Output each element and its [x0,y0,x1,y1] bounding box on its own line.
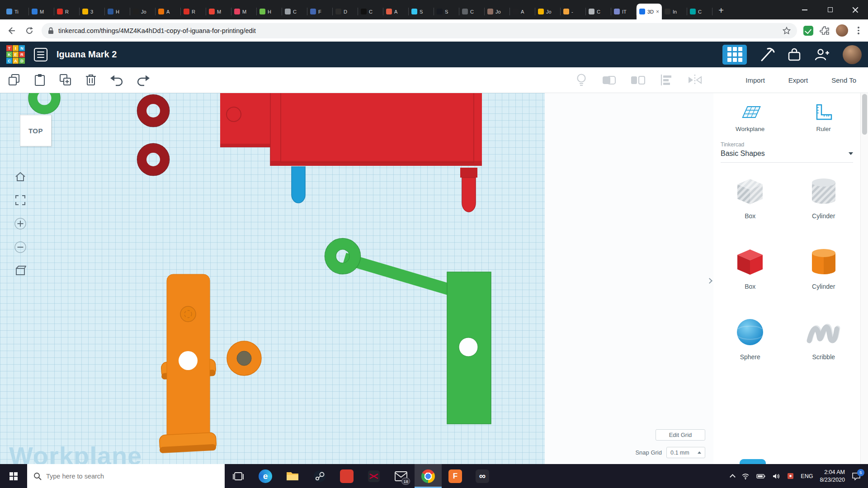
browser-tab[interactable]: Jo [535,4,561,19]
browser-tab[interactable]: A [156,4,181,19]
task-view-button[interactable] [225,464,252,488]
browser-tab-active[interactable]: 3D× [637,4,662,19]
app-mail[interactable]: 18 [387,464,415,488]
browser-tab[interactable]: C [282,4,307,19]
green-torus[interactable] [33,93,56,109]
red-peg[interactable] [460,168,477,212]
volume-icon[interactable] [772,473,780,479]
browser-tab[interactable]: D [333,4,358,19]
browser-tab[interactable]: IT [611,4,637,19]
browser-tab[interactable]: Jo [130,4,156,19]
edit-grid-button[interactable]: Edit Grid [656,429,705,441]
blocks-view-button[interactable] [722,45,747,65]
browser-tab[interactable]: Jo [485,4,510,19]
app-store-red[interactable] [333,464,360,488]
duplicate-icon[interactable] [59,73,72,87]
browser-tab[interactable]: Ti [4,4,29,19]
shape-item-box-basic[interactable]: Box [713,176,787,220]
ime-icon[interactable] [787,473,794,479]
export-button[interactable]: Export [788,76,808,84]
browser-tab[interactable]: 3 [80,4,105,19]
fit-view-button[interactable] [12,192,29,209]
orange-cylinder[interactable] [227,341,261,375]
browser-tab[interactable]: M [29,4,54,19]
dark-red-torus-1[interactable] [137,95,170,127]
start-button[interactable] [0,464,27,488]
browser-tab[interactable]: M [206,4,231,19]
design-menu-icon[interactable] [34,48,47,61]
taskbar-search[interactable] [27,464,225,488]
browser-tab[interactable]: A [383,4,409,19]
classes-bag-icon[interactable] [787,47,802,62]
browser-tab[interactable]: - [561,4,586,19]
dark-red-torus-2[interactable] [137,144,170,176]
browser-tab[interactable]: In [662,4,687,19]
browser-tab[interactable]: H [257,4,282,19]
undo-icon[interactable] [109,73,124,87]
browser-tab[interactable]: C [586,4,611,19]
back-button[interactable] [5,25,17,37]
browser-tab[interactable]: C [358,4,383,19]
new-tab-button[interactable]: + [714,4,728,17]
extensions-puzzle-icon[interactable] [820,26,830,36]
view-cube[interactable]: TOP [20,115,52,146]
language-indicator[interactable]: ENG [801,473,813,479]
tray-overflow-button[interactable] [731,473,735,479]
panel-collapse-button[interactable] [705,275,713,286]
red-plate[interactable] [220,93,482,166]
app-f[interactable]: F [442,464,469,488]
app-chrome[interactable] [415,464,442,488]
app-infinity[interactable]: ∞ [469,464,496,488]
zoom-in-button[interactable] [12,215,29,232]
bookmark-star-icon[interactable] [783,27,791,35]
maximize-button[interactable] [817,0,843,19]
redo-icon[interactable] [136,73,151,87]
app-file-explorer[interactable] [279,464,306,488]
browser-tab[interactable]: S [409,4,434,19]
clock[interactable]: 2:04 AM 8/23/2020 [820,469,845,484]
shape-item-box-red[interactable]: Box [713,247,787,290]
extension-check-icon[interactable] [803,26,813,36]
invite-person-icon[interactable] [814,47,831,62]
delete-icon[interactable] [85,73,97,87]
browser-tab[interactable]: R [181,4,206,19]
shape-item-sphere[interactable]: Sphere [713,317,787,361]
tab-close-icon[interactable]: × [656,9,659,15]
network-icon[interactable] [741,473,750,479]
blue-peg[interactable] [292,167,305,203]
sidebar-scrollbar[interactable] [860,93,868,464]
copy-icon[interactable] [7,73,21,87]
close-button[interactable] [843,0,868,19]
browser-tab[interactable]: S [434,4,459,19]
snap-grid-select[interactable]: 0.1 mm [666,447,705,458]
workplane-view-button[interactable] [12,262,29,279]
orange-bracket[interactable] [159,274,217,453]
paste-icon[interactable] [33,73,47,87]
user-avatar[interactable] [843,45,862,64]
scrollbar-thumb[interactable] [862,94,867,135]
refresh-button[interactable] [24,25,35,37]
green-bracket[interactable] [325,239,491,424]
browser-tab[interactable]: H [105,4,130,19]
browser-tab[interactable]: M [231,4,257,19]
browser-tab[interactable]: C [687,4,712,19]
shape-item-cylinder-orange[interactable]: Cylinder [787,247,861,290]
app-edge[interactable]: e [252,464,279,488]
notification-center-button[interactable]: 5 [852,472,863,480]
search-input[interactable] [46,473,195,480]
app-dragon-center[interactable] [360,464,387,488]
browser-menu-icon[interactable] [854,27,863,34]
browser-profile-avatar[interactable] [836,24,848,37]
bricks-pickaxe-icon[interactable] [759,47,775,62]
shape-item-scribble[interactable]: Scribble [787,317,861,361]
url-bar[interactable]: tinkercad.com/things/4MZ4Ka4hDd1-copy-of… [42,23,797,38]
workplane-tool[interactable]: Workplane [713,103,787,132]
app-steam[interactable] [306,464,333,488]
import-button[interactable]: Import [745,76,765,84]
shape-item-cylinder-basic[interactable]: Cylinder [787,176,861,220]
design-title[interactable]: Iguana Mark 2 [57,49,117,60]
browser-tab[interactable]: A [510,4,535,19]
send-to-button[interactable]: Send To [831,76,856,84]
browser-tab[interactable]: C [459,4,485,19]
zoom-out-button[interactable] [12,239,29,256]
